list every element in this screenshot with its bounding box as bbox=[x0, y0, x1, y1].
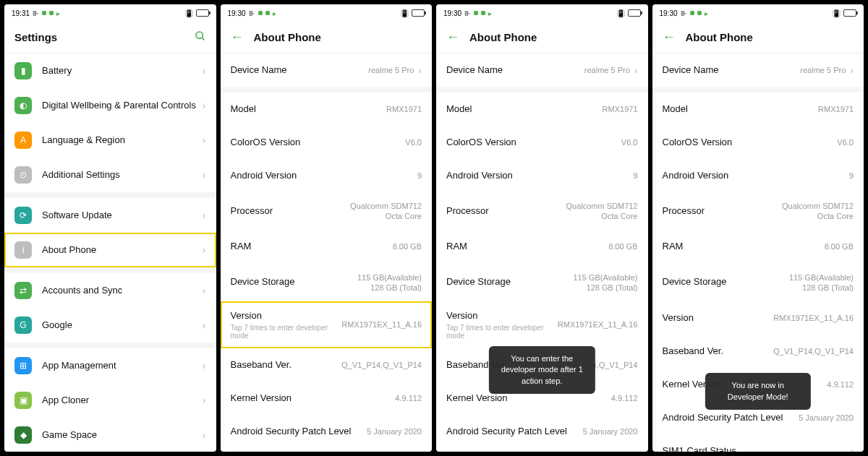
row-label: App Management bbox=[42, 360, 198, 372]
status-bar: 19:31⊪▸📳 bbox=[4, 4, 216, 22]
settings-list: ▮Battery›◐Digital Wellbeing & Parental C… bbox=[4, 53, 216, 452]
list-item[interactable]: RAM8.00 GB bbox=[652, 231, 864, 264]
list-item[interactable]: ◐Digital Wellbeing & Parental Controls› bbox=[4, 88, 216, 123]
row-label: Model bbox=[446, 103, 597, 116]
list-item[interactable]: SIM1 Card Status› bbox=[652, 434, 864, 452]
list-item[interactable]: ⊞App Management› bbox=[4, 348, 216, 383]
list-item[interactable]: Device Storage115 GB(Available)128 GB (T… bbox=[436, 264, 648, 302]
row-label: Battery bbox=[42, 65, 198, 77]
back-button[interactable]: ← bbox=[446, 30, 459, 45]
list-item[interactable]: Android Version9 bbox=[436, 159, 648, 192]
row-value: 8.00 GB bbox=[825, 241, 854, 251]
list-item[interactable]: GGoogle› bbox=[4, 308, 216, 343]
list-item[interactable]: ⟳Software Update› bbox=[4, 198, 216, 233]
row-value: realme 5 Pro bbox=[800, 65, 846, 75]
row-label: Kernel Version bbox=[446, 392, 605, 405]
list-item[interactable]: Baseband Ver.Q_V1_P14,Q_V1_P14 bbox=[652, 335, 864, 368]
row-label: Additional Settings bbox=[42, 169, 198, 181]
play-icon: ▸ bbox=[56, 9, 60, 17]
row-icon: ⊙ bbox=[14, 166, 32, 184]
row-label: Accounts and Sync bbox=[42, 285, 198, 297]
app-header: ←About Phone bbox=[436, 22, 648, 53]
play-icon: ▸ bbox=[488, 9, 492, 17]
battery-icon bbox=[196, 9, 209, 17]
row-label: RAM bbox=[231, 241, 387, 253]
row-icon: ⟳ bbox=[14, 207, 32, 224]
list-item[interactable]: ProcessorQualcomm SDM712Octa Core bbox=[436, 192, 648, 231]
list-item[interactable]: ModelRMX1971 bbox=[436, 93, 648, 126]
indicator-icon bbox=[474, 11, 478, 15]
row-label: SIM1 Card Status bbox=[663, 445, 846, 452]
row-value: RMX1971 bbox=[603, 104, 638, 114]
list-item[interactable]: Kernel Version4.9.112 bbox=[221, 382, 433, 415]
list-item[interactable]: ProcessorQualcomm SDM712Octa Core bbox=[221, 192, 433, 231]
row-icon: ◐ bbox=[14, 97, 32, 114]
list-item[interactable]: ⊙Additional Settings› bbox=[4, 158, 216, 192]
list-item[interactable]: Android Security Patch Level5 January 20… bbox=[221, 415, 433, 448]
list-item[interactable]: VersionRMX1971EX_11_A.16 bbox=[652, 301, 864, 335]
back-button[interactable]: ← bbox=[663, 30, 676, 45]
list-item[interactable]: Android Version9 bbox=[221, 159, 433, 192]
play-icon: ▸ bbox=[273, 9, 276, 17]
row-value: RMX1971 bbox=[386, 104, 422, 114]
indicator-icon bbox=[49, 11, 54, 15]
list-item[interactable]: Android Security Patch Level5 January 20… bbox=[436, 415, 648, 448]
list-item[interactable]: Device Storage115 GB(Available)128 GB (T… bbox=[221, 264, 433, 302]
row-label: Processor bbox=[663, 205, 776, 218]
row-value: RMX1971EX_11_A.16 bbox=[341, 319, 422, 330]
list-item[interactable]: VersionTap 7 times to enter developer mo… bbox=[436, 301, 648, 348]
status-time: 19:30 bbox=[443, 9, 461, 17]
row-label: Game Space bbox=[42, 429, 198, 442]
row-label: Android Security Patch Level bbox=[663, 412, 793, 424]
row-sublabel: Tap 7 times to enter developer mode bbox=[231, 324, 336, 340]
list-item[interactable]: RAM8.00 GB bbox=[221, 231, 433, 264]
list-item[interactable]: ModelRMX1971 bbox=[221, 93, 433, 126]
chevron-right-icon: › bbox=[418, 64, 422, 76]
search-icon[interactable] bbox=[195, 30, 206, 45]
section-divider bbox=[4, 343, 216, 348]
list-item[interactable]: ColorOS VersionV6.0 bbox=[221, 126, 433, 159]
signal-icon: ⊪ bbox=[681, 9, 687, 17]
list-item[interactable]: ALanguage & Region› bbox=[4, 123, 216, 158]
list-item[interactable]: Android Version9 bbox=[652, 159, 864, 192]
row-label: Google bbox=[42, 319, 198, 332]
row-value: realme 5 Pro bbox=[584, 65, 630, 75]
list-item[interactable]: ProcessorQualcomm SDM712Octa Core bbox=[652, 192, 864, 231]
list-item[interactable]: Baseband Ver.Q_V1_P14,Q_V1_P14 bbox=[221, 348, 433, 382]
list-item[interactable]: VersionTap 7 times to enter developer mo… bbox=[221, 301, 433, 348]
list-item[interactable]: ▣App Cloner› bbox=[4, 383, 216, 418]
back-button[interactable]: ← bbox=[231, 30, 244, 45]
row-value: 115 GB(Available)128 GB (Total) bbox=[357, 272, 422, 293]
row-value: Q_V1_P14,Q_V1_P14 bbox=[773, 346, 854, 356]
list-item[interactable]: ModelRMX1971 bbox=[652, 93, 864, 126]
list-item[interactable]: ⇄Accounts and Sync› bbox=[4, 273, 216, 308]
list-item[interactable]: Device Namerealme 5 Pro› bbox=[221, 53, 433, 87]
chevron-right-icon: › bbox=[203, 210, 206, 221]
list-item[interactable]: ColorOS VersionV6.0 bbox=[436, 126, 648, 159]
row-label: Android Version bbox=[446, 170, 627, 182]
chevron-right-icon: › bbox=[203, 134, 206, 146]
status-time: 19:30 bbox=[228, 9, 246, 17]
list-item[interactable]: Device Storage115 GB(Available)128 GB (T… bbox=[652, 264, 864, 302]
app-header: ←About Phone bbox=[221, 22, 433, 53]
list-item[interactable]: RAM8.00 GB bbox=[436, 231, 648, 264]
row-value: RMX1971 bbox=[818, 104, 854, 114]
list-item[interactable]: iAbout Phone› bbox=[4, 233, 216, 267]
row-value: 4.9.112 bbox=[395, 393, 422, 403]
row-icon: ⊞ bbox=[14, 357, 32, 374]
list-item[interactable]: SIM1 Card Status› bbox=[436, 448, 648, 452]
list-item[interactable]: Device Namerealme 5 Pro› bbox=[436, 53, 648, 87]
row-label: Android Security Patch Level bbox=[446, 426, 577, 438]
list-item[interactable]: ColorOS VersionV6.0 bbox=[652, 126, 864, 159]
svg-point-0 bbox=[196, 32, 203, 38]
list-item[interactable]: Device Namerealme 5 Pro› bbox=[652, 53, 864, 87]
battery-icon bbox=[412, 9, 425, 17]
row-value: 8.00 GB bbox=[393, 241, 422, 251]
row-value: 5 January 2020 bbox=[367, 426, 422, 436]
status-bar: 19:30⊪▸📳 bbox=[221, 4, 433, 22]
list-item[interactable]: SIM1 Card Status› bbox=[221, 448, 433, 452]
list-item[interactable]: ▮Battery› bbox=[4, 53, 216, 88]
row-label: ColorOS Version bbox=[231, 137, 400, 149]
row-value: V6.0 bbox=[405, 137, 422, 147]
list-item[interactable]: ◆Game Space› bbox=[4, 418, 216, 452]
